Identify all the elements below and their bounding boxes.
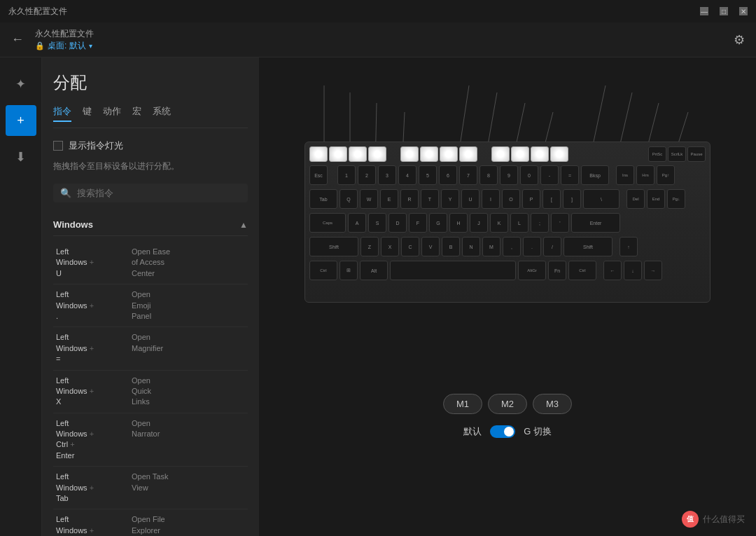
key-ralt[interactable]: AltGr bbox=[518, 261, 546, 280]
tab-actions[interactable]: 动作 bbox=[103, 105, 121, 122]
key-equals[interactable]: = bbox=[561, 165, 579, 185]
key-f3-indicator[interactable] bbox=[349, 146, 367, 162]
key-down[interactable]: ↓ bbox=[624, 261, 642, 280]
key-f11-indicator[interactable] bbox=[531, 146, 549, 162]
key-x[interactable]: X bbox=[381, 237, 399, 256]
key-f1-indicator[interactable] bbox=[309, 146, 328, 162]
key-fn[interactable]: Fn bbox=[548, 261, 566, 280]
toggle-switch[interactable] bbox=[490, 425, 515, 438]
key-i[interactable]: I bbox=[482, 189, 500, 209]
key-h[interactable]: H bbox=[449, 213, 468, 233]
key-quote[interactable]: ' bbox=[551, 213, 569, 233]
list-item[interactable]: LeftWindows +. OpenEmojiPanel bbox=[53, 284, 248, 327]
key-u[interactable]: U bbox=[461, 189, 479, 209]
list-item[interactable]: LeftWindows += OpenMagnifier bbox=[53, 327, 248, 370]
key-rctrl[interactable]: Ctrl bbox=[568, 261, 596, 280]
key-backslash[interactable]: \ bbox=[583, 189, 620, 209]
sidebar-icon-download[interactable]: ⬇ bbox=[6, 142, 36, 172]
key-e[interactable]: E bbox=[380, 189, 398, 209]
key-scrlk[interactable]: ScrlLk bbox=[668, 146, 686, 162]
key-f6-indicator[interactable] bbox=[420, 146, 438, 162]
key-t[interactable]: T bbox=[421, 189, 439, 209]
list-item[interactable]: LeftWindows +X OpenQuickLinks bbox=[53, 371, 248, 413]
key-f[interactable]: F bbox=[409, 213, 427, 233]
settings-button[interactable]: ⚙ bbox=[734, 32, 745, 48]
key-7[interactable]: 7 bbox=[459, 165, 477, 185]
key-esc[interactable]: Esc bbox=[309, 165, 328, 185]
key-period[interactable]: . bbox=[523, 237, 541, 256]
chevron-down-icon[interactable]: ▾ bbox=[89, 42, 92, 50]
key-lalt[interactable]: Alt bbox=[360, 261, 388, 280]
key-slash[interactable]: / bbox=[543, 237, 561, 256]
list-item[interactable]: LeftWindows +Ctrl +Enter OpenNarrator bbox=[53, 413, 248, 467]
key-f2-indicator[interactable] bbox=[329, 146, 347, 162]
key-pgdn[interactable]: Pg↓ bbox=[667, 189, 685, 209]
key-capslock[interactable]: Caps bbox=[309, 213, 346, 233]
key-semicolon[interactable]: ; bbox=[531, 213, 549, 233]
key-1[interactable]: 1 bbox=[337, 165, 356, 185]
key-home[interactable]: Hm bbox=[636, 165, 654, 185]
key-3[interactable]: 3 bbox=[378, 165, 396, 185]
minimize-button[interactable]: — bbox=[700, 7, 708, 15]
key-p[interactable]: P bbox=[522, 189, 540, 209]
key-up[interactable]: ↑ bbox=[620, 237, 638, 256]
key-n[interactable]: N bbox=[462, 237, 480, 256]
key-enter[interactable]: Enter bbox=[571, 213, 620, 233]
sidebar-icon-lighting[interactable]: ✦ bbox=[6, 69, 36, 99]
tab-keys[interactable]: 键 bbox=[83, 105, 92, 122]
back-button[interactable]: ← bbox=[11, 32, 24, 47]
key-w[interactable]: W bbox=[360, 189, 378, 209]
key-f10-indicator[interactable] bbox=[511, 146, 529, 162]
key-z[interactable]: Z bbox=[360, 237, 379, 256]
key-6[interactable]: 6 bbox=[439, 165, 457, 185]
key-lshift[interactable]: Shift bbox=[309, 237, 358, 256]
search-input[interactable] bbox=[77, 188, 241, 198]
key-f4-indicator[interactable] bbox=[368, 146, 386, 162]
key-del[interactable]: Del bbox=[626, 189, 645, 209]
key-pause[interactable]: Pause bbox=[687, 146, 706, 162]
key-s[interactable]: S bbox=[368, 213, 386, 233]
key-f12-indicator[interactable] bbox=[550, 146, 568, 162]
key-space[interactable] bbox=[390, 261, 516, 280]
tab-commands[interactable]: 指令 bbox=[53, 105, 71, 122]
key-8[interactable]: 8 bbox=[479, 165, 498, 185]
key-d[interactable]: D bbox=[388, 213, 407, 233]
key-r[interactable]: R bbox=[400, 189, 419, 209]
key-backspace[interactable]: Bksp bbox=[581, 165, 609, 185]
profile-name[interactable]: 桌面: 默认 bbox=[48, 40, 86, 52]
key-9[interactable]: 9 bbox=[500, 165, 518, 185]
lighting-checkbox[interactable] bbox=[53, 141, 63, 151]
key-lwin[interactable]: ⊞ bbox=[340, 261, 358, 280]
close-button[interactable]: ✕ bbox=[739, 7, 748, 15]
key-y[interactable]: Y bbox=[441, 189, 459, 209]
key-prtsc[interactable]: PrtSc bbox=[648, 146, 666, 162]
list-item[interactable]: LeftWindows +Tab Open TaskView bbox=[53, 467, 248, 509]
key-rbracket[interactable]: ] bbox=[563, 189, 581, 209]
key-v[interactable]: V bbox=[421, 237, 440, 256]
key-right[interactable]: → bbox=[644, 261, 662, 280]
list-item[interactable]: LeftWindows +E Open FileExplorer bbox=[53, 509, 248, 536]
key-o[interactable]: O bbox=[502, 189, 520, 209]
key-g[interactable]: G bbox=[429, 213, 447, 233]
tab-system[interactable]: 系统 bbox=[153, 105, 171, 122]
m3-button[interactable]: M3 bbox=[533, 394, 572, 414]
key-4[interactable]: 4 bbox=[398, 165, 416, 185]
m1-button[interactable]: M1 bbox=[443, 394, 482, 414]
key-lbracket[interactable]: [ bbox=[542, 189, 561, 209]
key-f8-indicator[interactable] bbox=[459, 146, 477, 162]
key-minus[interactable]: - bbox=[540, 165, 559, 185]
key-q[interactable]: Q bbox=[340, 189, 358, 209]
key-a[interactable]: A bbox=[348, 213, 366, 233]
key-lctrl[interactable]: Ctrl bbox=[309, 261, 337, 280]
key-m[interactable]: M bbox=[482, 237, 500, 256]
key-5[interactable]: 5 bbox=[419, 165, 437, 185]
maximize-button[interactable]: □ bbox=[720, 7, 728, 15]
key-pgup[interactable]: Pg↑ bbox=[657, 165, 675, 185]
sidebar-icon-assign[interactable]: + bbox=[6, 105, 36, 136]
key-j[interactable]: J bbox=[470, 213, 488, 233]
key-c[interactable]: C bbox=[401, 237, 419, 256]
key-ins[interactable]: Ins bbox=[616, 165, 634, 185]
key-rshift[interactable]: Shift bbox=[564, 237, 612, 256]
tab-macros[interactable]: 宏 bbox=[132, 105, 141, 122]
list-item[interactable]: LeftWindows +U Open Easeof AccessCenter bbox=[53, 242, 248, 284]
